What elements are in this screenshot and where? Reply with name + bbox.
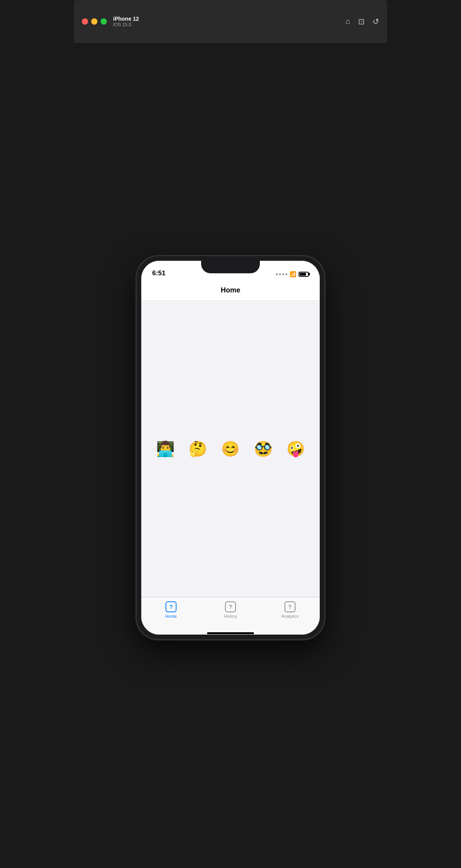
yellow-light[interactable] (91, 18, 97, 25)
status-time: 6:51 (152, 269, 166, 277)
tab-history-label: History (224, 614, 237, 619)
tab-analytics[interactable]: ? Analytics (260, 601, 320, 619)
tab-analytics-icon: ? (285, 601, 295, 612)
tab-home-icon: ? (166, 601, 176, 612)
signal-dot-1 (276, 273, 278, 275)
battery-fill (300, 273, 306, 276)
signal-dot-4 (285, 273, 287, 275)
traffic-lights (82, 18, 107, 25)
phone-screen: 6:51 📶 Home (141, 261, 320, 635)
thinking-emoji: 🤔 (189, 441, 207, 456)
smiling-emoji: 😊 (221, 441, 240, 456)
wifi-icon: 📶 (290, 271, 296, 277)
signal-dot-3 (282, 273, 284, 275)
nav-title: Home (221, 286, 240, 294)
disguised-emoji: 🥸 (254, 441, 272, 456)
tab-history-icon: ? (225, 601, 236, 612)
device-name: iPhone 12 (113, 16, 346, 22)
emoji-row: 👨‍💻 🤔 😊 🥸 🤪 (141, 441, 320, 456)
mac-toolbar: iPhone 12 iOS 15.0 ⌂ ⊡ ↺ (74, 0, 387, 43)
battery-icon (299, 272, 309, 277)
nav-bar: Home (141, 280, 320, 301)
tab-home-label: Home (165, 614, 176, 619)
tab-history[interactable]: ? History (201, 601, 260, 619)
rotate-icon[interactable]: ↺ (373, 17, 379, 26)
camera-icon[interactable]: ⊡ (358, 17, 365, 26)
notch (201, 261, 260, 273)
signal-dot-2 (279, 273, 281, 275)
main-content: 👨‍💻 🤔 😊 🥸 🤪 (141, 301, 320, 597)
green-light[interactable] (101, 18, 107, 25)
home-bar (207, 632, 254, 634)
outer-wrapper: 6:51 📶 Home (74, 213, 387, 655)
phone-frame: 6:51 📶 Home (137, 256, 324, 639)
device-info: iPhone 12 iOS 15.0 (113, 16, 346, 27)
tab-analytics-label: Analytics (281, 614, 299, 619)
device-os: iOS 15.0 (113, 22, 346, 27)
status-right: 📶 (276, 271, 309, 277)
home-icon[interactable]: ⌂ (346, 17, 350, 26)
red-light[interactable] (82, 18, 88, 25)
signal-dots (276, 273, 287, 275)
tab-bar: ? Home ? History ? Analytics (141, 597, 320, 631)
tab-home[interactable]: ? Home (141, 601, 201, 619)
toolbar-actions: ⌂ ⊡ ↺ (346, 17, 379, 26)
home-indicator (141, 631, 320, 635)
zany-emoji: 🤪 (286, 441, 305, 456)
technologist-emoji: 👨‍💻 (156, 441, 175, 456)
